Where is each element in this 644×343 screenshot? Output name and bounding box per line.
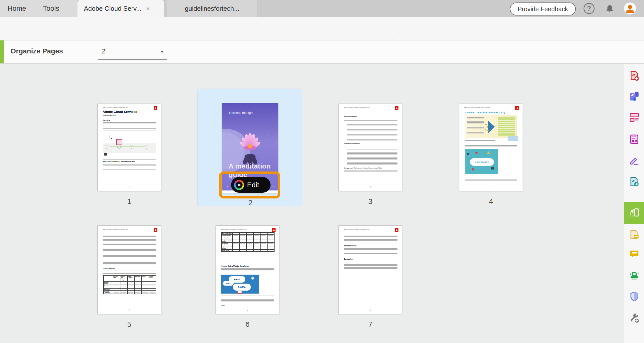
create-pdf-icon[interactable] bbox=[628, 70, 640, 81]
cover-top-text: Harness the light bbox=[229, 111, 254, 115]
fill-sign-pen-icon[interactable] bbox=[628, 155, 640, 166]
page-thumbnail-3[interactable]: Adobe Cloud Services Compliance Overview… bbox=[338, 104, 402, 191]
avatar[interactable] bbox=[624, 2, 636, 14]
text-placeholder bbox=[103, 271, 156, 274]
bullet-list-placeholder bbox=[347, 122, 398, 141]
table-row-header: Available Regions bbox=[104, 281, 113, 285]
doc-header-text: Adobe Cloud Services Compliance Overview… bbox=[344, 107, 370, 108]
cc-infinity-glyph: ∞ bbox=[238, 182, 240, 187]
help-icon[interactable]: ? bbox=[584, 3, 594, 14]
tool-title: Organize Pages bbox=[10, 47, 63, 55]
table-col-header: Amazon Web Services (AWS) bbox=[120, 275, 128, 281]
text-placeholder bbox=[344, 170, 398, 175]
folio-number: 4 bbox=[98, 309, 161, 311]
close-tab-icon[interactable]: × bbox=[146, 5, 150, 12]
protect-icon[interactable] bbox=[628, 291, 640, 302]
text-placeholder bbox=[344, 255, 398, 257]
tab-bar: Home Tools Adobe Cloud Serv... × guideli… bbox=[0, 0, 644, 17]
organize-pages-icon-active[interactable] bbox=[624, 202, 644, 224]
text-placeholder bbox=[344, 248, 398, 254]
export-pdf-icon[interactable] bbox=[628, 91, 640, 103]
document-tab-title: Adobe Cloud Serv... bbox=[84, 5, 142, 12]
doc-header-text: Adobe Cloud Services Compliance Overview… bbox=[464, 107, 490, 108]
page-range-input[interactable] bbox=[102, 47, 148, 55]
page-thumbnail-5[interactable]: Adobe Cloud Services Compliance Overview… bbox=[98, 225, 161, 314]
scan-ocr-icon[interactable] bbox=[628, 271, 640, 282]
compliance-logos-image: HIPAA FFIEC FINRA bbox=[221, 275, 259, 294]
section-heading: Regulatory compliance bbox=[344, 143, 360, 144]
wave-art bbox=[508, 136, 518, 141]
cover-title-line1: A meditation bbox=[228, 162, 271, 170]
text-placeholder bbox=[103, 158, 156, 160]
page-thumbnail-7[interactable]: Adobe Cloud Services Compliance Overview… bbox=[338, 225, 402, 314]
doc-header-text: Adobe Cloud Services Compliance Overview… bbox=[221, 229, 246, 230]
ccf-infographic bbox=[466, 115, 517, 138]
text-placeholder bbox=[103, 253, 156, 258]
text-placeholder bbox=[344, 119, 398, 121]
text-placeholder bbox=[344, 111, 398, 113]
pages-canvas: Adobe Cloud Services Compliance Overview… bbox=[0, 64, 624, 343]
text-placeholder bbox=[344, 233, 398, 238]
adobe-logo bbox=[515, 106, 519, 110]
text-placeholder bbox=[466, 177, 517, 182]
adobe-logo bbox=[154, 228, 158, 232]
doc-header-text: Adobe Cloud Services Compliance Overview… bbox=[344, 229, 370, 230]
table-row-header: container support bbox=[222, 235, 232, 237]
table-row-header: object storage bbox=[222, 249, 232, 252]
combine-files-icon[interactable] bbox=[628, 112, 640, 123]
section-heading: Conclusion bbox=[344, 258, 352, 260]
page-thumbnail-2-selected[interactable]: Harness the light A meditation guide fro… bbox=[198, 89, 302, 206]
adobe-logo bbox=[395, 106, 398, 110]
tab-home-label: Home bbox=[8, 4, 26, 12]
document-tab-active[interactable]: Adobe Cloud Serv... × bbox=[78, 0, 164, 17]
table-row-header: Compute Services bbox=[104, 285, 113, 288]
folio-number: 5 bbox=[216, 310, 279, 311]
folio-number: 6 bbox=[339, 309, 402, 311]
page-thumbnail-4[interactable]: Adobe Cloud Services Compliance Overview… bbox=[459, 104, 523, 191]
compliance-image: COMPLIANCE bbox=[466, 149, 498, 174]
folio-number: 1 bbox=[98, 186, 161, 188]
compliance-label: COMPLIANCE bbox=[475, 161, 488, 163]
table-row-header: Analytics/Hadoop options bbox=[222, 239, 232, 243]
prepare-form-icon[interactable] bbox=[628, 134, 640, 145]
table-col-header: IBM Cloud bbox=[135, 275, 142, 281]
chevron-down-icon bbox=[160, 51, 164, 53]
table-row-header: Serverless Computing bbox=[104, 290, 113, 294]
page-range-select[interactable] bbox=[98, 44, 167, 60]
share-pdf-icon[interactable] bbox=[628, 176, 640, 187]
section-heading: Overview bbox=[103, 119, 110, 121]
help-glyph: ? bbox=[587, 5, 591, 12]
text-placeholder bbox=[344, 146, 398, 148]
section-heading: Current State of Adobe Compliance bbox=[221, 265, 249, 267]
tab-tools-label: Tools bbox=[43, 4, 59, 12]
hipaa-logo: HIPAA bbox=[234, 278, 240, 281]
document-tab2-title: guidelinesfortech... bbox=[185, 5, 239, 12]
folio-number: 3 bbox=[460, 187, 522, 188]
provide-feedback-button[interactable]: Provide Feedback bbox=[510, 2, 576, 15]
document-tab-inactive[interactable]: guidelinesfortech... bbox=[167, 0, 257, 17]
table-col-header: Microsoft Azure bbox=[113, 275, 120, 281]
table-row-header: government services bbox=[222, 243, 232, 246]
soc-label: SOC 2 bbox=[221, 305, 225, 306]
notifications-bell-icon[interactable] bbox=[604, 3, 616, 15]
section-heading: Which Standards Does Adobe Focus On? bbox=[103, 161, 135, 163]
text-placeholder bbox=[221, 299, 274, 303]
page-thumbnail-1[interactable]: Adobe Cloud Services Compliance Overview… bbox=[98, 104, 161, 191]
tab-home[interactable]: Home bbox=[8, 0, 26, 17]
section-heading: Industry standards bbox=[344, 116, 357, 117]
tab-tools[interactable]: Tools bbox=[43, 0, 59, 17]
text-placeholder bbox=[103, 131, 156, 133]
table-row-header: App/desktop services bbox=[222, 246, 232, 250]
table-row-header: scaling options bbox=[222, 237, 232, 239]
comment-icon[interactable] bbox=[628, 248, 640, 260]
text-placeholder bbox=[103, 164, 156, 170]
section-heading: Industry Vendors bbox=[103, 268, 115, 269]
edit-button[interactable]: ∞ Edit bbox=[231, 177, 270, 193]
page-number-label: 4 bbox=[459, 197, 523, 206]
text-placeholder bbox=[344, 267, 398, 270]
request-signatures-icon[interactable] bbox=[628, 229, 640, 240]
more-tools-icon[interactable] bbox=[628, 312, 640, 324]
page-thumbnail-6[interactable]: Adobe Cloud Services Compliance Overview… bbox=[216, 225, 279, 314]
adobe-logo bbox=[272, 228, 276, 232]
table-col-header: Alibaba Cloud bbox=[149, 275, 156, 281]
